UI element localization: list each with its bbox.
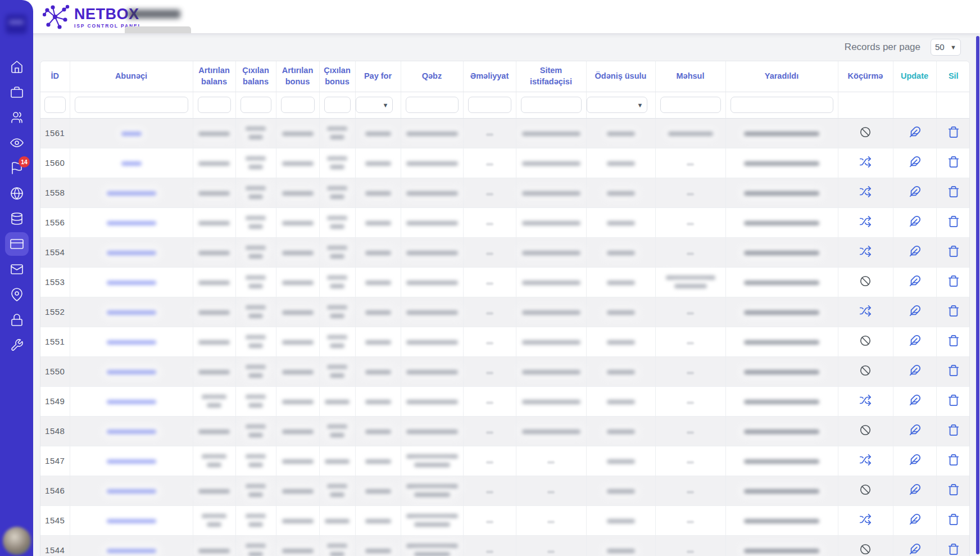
filter-input-12[interactable] (731, 97, 833, 113)
filter-input-9[interactable] (521, 97, 582, 113)
update-feather-pen-icon[interactable] (909, 275, 921, 287)
delete-trash-icon[interactable] (947, 424, 960, 436)
records-per-page-select[interactable]: 50 ▼ (931, 39, 961, 56)
delete-trash-icon[interactable] (947, 364, 960, 377)
cell-abunechi[interactable] (70, 386, 193, 416)
delete-trash-icon[interactable] (947, 275, 960, 287)
delete-trash-icon[interactable] (947, 305, 960, 317)
filter-input-4[interactable] (281, 97, 315, 113)
update-feather-pen-icon[interactable] (909, 245, 921, 257)
cell-abunechi[interactable] (70, 297, 193, 327)
delete-trash-icon[interactable] (947, 186, 960, 198)
delete-trash-icon[interactable] (947, 483, 960, 496)
table-row: 1560 (40, 148, 970, 178)
transfer-blocked-icon[interactable] (859, 334, 872, 347)
transfer-shuffle-icon[interactable] (859, 513, 872, 526)
transfer-blocked-icon[interactable] (859, 483, 872, 496)
filter-input-0[interactable] (44, 97, 66, 113)
update-feather-pen-icon[interactable] (909, 454, 921, 466)
redacted-value (327, 484, 347, 489)
update-feather-pen-icon[interactable] (909, 424, 921, 436)
delete-trash-icon[interactable] (947, 215, 960, 228)
transfer-shuffle-icon[interactable] (859, 215, 872, 228)
transfer-shuffle-icon[interactable] (859, 245, 872, 257)
cell-abunechi[interactable] (70, 207, 193, 237)
sidebar-item-briefcase[interactable] (0, 79, 33, 105)
cell-kocurme (838, 207, 893, 237)
cell-qebz (401, 207, 463, 237)
filter-input-7[interactable] (406, 97, 459, 113)
sidebar-item-eye[interactable] (0, 130, 33, 155)
cell-abunechi[interactable] (70, 505, 193, 535)
cell-cixilan-bonus (319, 267, 355, 297)
update-feather-pen-icon[interactable] (909, 126, 921, 138)
filter-input-11[interactable] (660, 97, 721, 113)
redacted-value (325, 459, 350, 464)
transfer-blocked-icon[interactable] (859, 275, 872, 287)
delete-trash-icon[interactable] (947, 334, 960, 347)
update-feather-pen-icon[interactable] (909, 483, 921, 496)
filter-select-10[interactable]: ▼ (587, 97, 647, 113)
filter-input-8[interactable] (468, 97, 511, 113)
delete-trash-icon[interactable] (947, 245, 960, 257)
cell-abunechi[interactable] (70, 267, 193, 297)
delete-trash-icon[interactable] (947, 394, 960, 406)
filter-input-5[interactable] (324, 97, 351, 113)
sidebar-item-home[interactable] (0, 54, 33, 79)
cell-abunechi[interactable] (70, 446, 193, 476)
delete-trash-icon[interactable] (947, 513, 960, 526)
delete-trash-icon[interactable] (947, 126, 960, 138)
update-feather-pen-icon[interactable] (909, 334, 921, 347)
filter-select-6[interactable]: ▼ (356, 97, 393, 113)
update-feather-pen-icon[interactable] (909, 543, 921, 555)
update-feather-pen-icon[interactable] (909, 215, 921, 228)
sidebar-item-users[interactable] (0, 105, 33, 130)
delete-trash-icon[interactable] (947, 156, 960, 168)
cell-abunechi[interactable] (70, 416, 193, 446)
cell-abunechi[interactable] (70, 476, 193, 505)
transfer-shuffle-icon[interactable] (859, 454, 872, 466)
filter-input-2[interactable] (198, 97, 231, 113)
sidebar-item-map-pin[interactable] (0, 282, 33, 307)
transfer-shuffle-icon[interactable] (859, 305, 872, 317)
transfer-shuffle-icon[interactable] (859, 186, 872, 198)
cell-abunechi[interactable] (70, 535, 193, 556)
cell-abunechi[interactable] (70, 327, 193, 356)
delete-trash-icon[interactable] (947, 543, 960, 555)
sidebar-item-lock[interactable] (0, 307, 33, 332)
cell-abunechi[interactable] (70, 237, 193, 267)
sidebar-item-credit-card[interactable] (0, 231, 33, 256)
redacted-value (365, 459, 391, 464)
delete-trash-icon[interactable] (947, 454, 960, 466)
update-feather-pen-icon[interactable] (909, 305, 921, 317)
redacted-value (744, 281, 819, 285)
filter-input-1[interactable] (75, 97, 188, 113)
column-filter-4 (276, 92, 319, 118)
sidebar-item-mail[interactable] (0, 256, 33, 282)
filter-input-3[interactable] (241, 97, 271, 113)
update-feather-pen-icon[interactable] (909, 186, 921, 198)
user-avatar[interactable] (3, 527, 31, 555)
update-feather-pen-icon[interactable] (909, 513, 921, 526)
update-feather-pen-icon[interactable] (909, 394, 921, 406)
sidebar-item-globe[interactable] (0, 180, 33, 206)
sidebar-item-flag[interactable]: 14 (0, 155, 33, 180)
cell-abunechi[interactable] (70, 356, 193, 386)
update-feather-pen-icon[interactable] (909, 364, 921, 377)
transfer-shuffle-icon[interactable] (859, 394, 872, 406)
sidebar-item-wrench[interactable] (0, 332, 33, 358)
transfer-blocked-icon[interactable] (859, 364, 872, 377)
redacted-value (198, 310, 230, 315)
sidebar-item-database[interactable] (0, 206, 33, 231)
cell-abunechi[interactable] (70, 178, 193, 207)
transfer-blocked-icon[interactable] (859, 543, 872, 555)
vertical-scrollbar[interactable] (976, 36, 979, 554)
transfer-blocked-icon[interactable] (859, 424, 872, 436)
cell-abunechi[interactable] (70, 148, 193, 178)
transfer-blocked-icon[interactable] (859, 126, 872, 138)
cell-abunechi[interactable] (70, 118, 193, 148)
company-tab[interactable] (125, 26, 191, 33)
update-feather-pen-icon[interactable] (909, 156, 921, 168)
transfer-shuffle-icon[interactable] (859, 156, 872, 168)
redacted-value (282, 549, 314, 553)
